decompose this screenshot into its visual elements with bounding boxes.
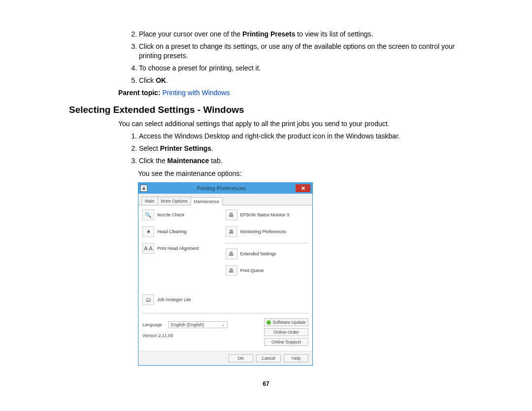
alignment-icon: A·A bbox=[142, 243, 154, 254]
update-icon bbox=[266, 320, 271, 325]
magnifier-icon: 🔍 bbox=[142, 209, 154, 220]
right-column: 🖶 EPSON Status Monitor 3 🖶 Monitoring Pr… bbox=[226, 209, 309, 311]
extended-settings-button[interactable]: 🖶 Extended Settings bbox=[226, 248, 309, 259]
print-queue-button[interactable]: 🖶 Print Queue bbox=[226, 265, 309, 276]
ok-button[interactable]: OK bbox=[229, 354, 253, 362]
printer-icon: 🖶 bbox=[226, 209, 237, 220]
divider bbox=[142, 313, 308, 313]
section-heading: Selecting Extended Settings - Windows bbox=[69, 104, 463, 115]
monitoring-preferences-button[interactable]: 🖶 Monitoring Preferences bbox=[226, 226, 309, 237]
nozzle-check-button[interactable]: 🔍 Nozzle Check bbox=[142, 209, 226, 220]
printing-preferences-dialog: 🖶 Printing Preferences ✕ Main More Optio… bbox=[138, 182, 313, 366]
page-number: 67 bbox=[69, 380, 463, 387]
status-monitor-button[interactable]: 🖶 EPSON Status Monitor 3 bbox=[226, 209, 309, 220]
tab-more-options[interactable]: More Options bbox=[158, 197, 191, 205]
left-column: 🔍 Nozzle Check ✷ Head Cleaning A·A Print… bbox=[142, 209, 226, 311]
close-button[interactable]: ✕ bbox=[296, 184, 310, 192]
print-head-alignment-button[interactable]: A·A Print Head Alignment bbox=[142, 243, 226, 254]
instruction-list-second: Access the Windows Desktop and right-cli… bbox=[69, 132, 463, 166]
list-item: To choose a preset for printing, select … bbox=[139, 64, 463, 73]
list-item: Click the Maintenance tab. bbox=[139, 156, 463, 166]
parent-topic: Parent topic: Printing with Windows bbox=[118, 89, 463, 97]
arranger-icon: 🗂 bbox=[142, 294, 154, 305]
dialog-button-row: OK Cancel Help bbox=[138, 351, 312, 365]
spray-icon: ✷ bbox=[142, 226, 154, 237]
printer-icon: 🖶 bbox=[226, 226, 237, 237]
software-update-button[interactable]: Software Update bbox=[264, 318, 308, 326]
window-icon: 🖶 bbox=[140, 185, 147, 192]
language-select[interactable]: English (English) ⌄ bbox=[168, 321, 228, 328]
after-list-text: You see the maintenance options: bbox=[138, 170, 463, 177]
list-item: Click OK. bbox=[139, 76, 463, 85]
tab-strip: Main More Options Maintenance bbox=[138, 194, 312, 205]
parent-topic-label: Parent topic: bbox=[118, 89, 161, 97]
titlebar: 🖶 Printing Preferences ✕ bbox=[138, 183, 312, 194]
list-item: Click on a preset to change its settings… bbox=[139, 42, 463, 61]
list-item: Access the Windows Desktop and right-cli… bbox=[139, 132, 463, 141]
cancel-button[interactable]: Cancel bbox=[256, 354, 281, 362]
tab-main[interactable]: Main bbox=[141, 197, 158, 205]
list-item: Select Printer Settings. bbox=[139, 144, 463, 153]
online-order-button[interactable]: Online Order bbox=[264, 328, 308, 336]
help-button[interactable]: Help bbox=[284, 354, 308, 362]
tab-maintenance[interactable]: Maintenance bbox=[191, 197, 223, 206]
head-cleaning-button[interactable]: ✷ Head Cleaning bbox=[142, 226, 226, 237]
chevron-down-icon: ⌄ bbox=[222, 323, 225, 327]
divider bbox=[226, 243, 309, 243]
version-text: Version 2.11.00 bbox=[142, 333, 264, 338]
intro-text: You can select additional settings that … bbox=[118, 119, 463, 129]
printer-icon: 🖶 bbox=[226, 248, 237, 259]
language-label: Language bbox=[142, 322, 165, 327]
instruction-list-top: Place your cursor over one of the Printi… bbox=[69, 30, 463, 85]
list-item: Place your cursor over one of the Printi… bbox=[139, 30, 463, 39]
parent-topic-link[interactable]: Printing with Windows bbox=[162, 89, 230, 97]
printer-icon: 🖶 bbox=[226, 265, 237, 276]
job-arranger-lite-button[interactable]: 🗂 Job Arranger Lite bbox=[142, 294, 226, 305]
online-support-button[interactable]: Online Support bbox=[264, 338, 308, 346]
window-title: Printing Preferences bbox=[147, 185, 296, 191]
tab-body: 🔍 Nozzle Check ✷ Head Cleaning A·A Print… bbox=[138, 205, 312, 351]
